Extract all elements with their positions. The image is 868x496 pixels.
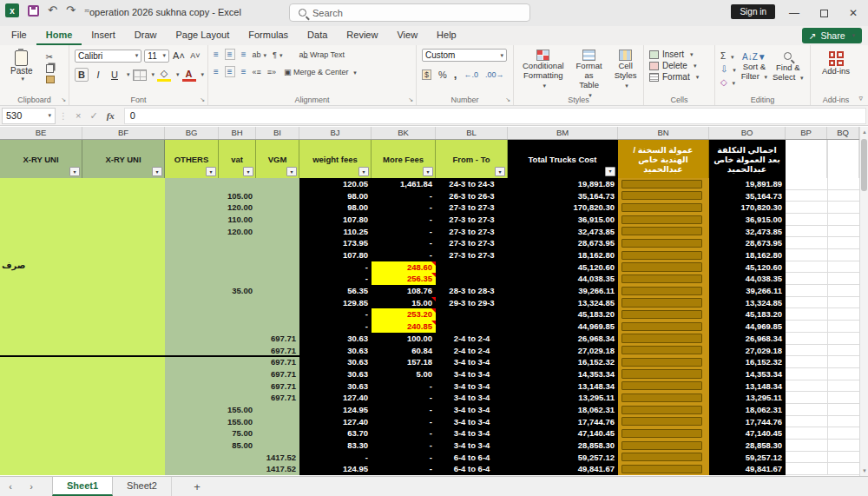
accounting-format-icon[interactable]: $ [422,69,431,80]
grid-cell-BM-row4[interactable]: 36,915.00 [508,214,618,226]
search-input[interactable]: Search [289,3,530,22]
grid-cell-BJ-row23[interactable]: 83.30 [299,440,372,452]
grid-cell-BM-row3[interactable]: 170,820.30 [508,202,618,214]
grid-cell-BL-row17[interactable]: 3-4 to 3-4 [436,368,508,380]
grid-cell-BO-row12[interactable]: 45,183.20 [709,308,786,321]
grid-cell-BK-row16[interactable]: 157.18 [372,356,436,368]
format-cells-button[interactable]: Format▾ [649,71,709,83]
commission-cell-row12[interactable] [621,310,702,319]
grid-cell-BI-row19[interactable]: 697.71 [256,392,299,404]
scroll-down-icon[interactable]: ▼ [860,466,868,476]
font-size-select[interactable]: 11 ▾ [144,50,169,63]
grid-cell-BJ-row24[interactable]: - [299,452,372,464]
commission-cell-row14[interactable] [621,334,702,342]
grid-cell-BJ-row20[interactable]: 124.95 [299,404,372,416]
ribbon-tab-page-layout[interactable]: Page Layout [166,26,239,45]
column-header-BP[interactable]: BP [786,127,827,139]
grid-cell-BJ-row19[interactable]: 127.40 [299,392,372,404]
save-icon[interactable] [28,5,39,17]
grid-cell-BO-row6[interactable]: 28,673.95 [709,237,786,249]
grid-cell-BO-row22[interactable]: 47,140.45 [709,427,786,440]
grid-cell-BO-row15[interactable]: 27,029.18 [709,345,786,357]
redo-icon[interactable]: ↷ [66,4,76,17]
grid-cell-BK-row4[interactable]: - [372,214,436,226]
font-color-icon[interactable]: A [182,68,196,82]
grid-cell-BM-row11[interactable]: 13,324.85 [508,297,618,309]
grid-cell-BM-row23[interactable]: 28,858.30 [508,440,618,452]
grid-cell-BJ-row7[interactable]: 107.80 [299,249,372,261]
chevron-down-icon[interactable]: ▾ [201,71,205,78]
grid-cell-BO-row21[interactable]: 17,744.76 [709,416,786,428]
grid-cell-BL-row21[interactable]: 3-4 to 3-4 [436,416,508,428]
grid-cell-BK-row17[interactable]: 5.00 [372,368,436,380]
insert-cells-button[interactable]: Insert▾ [649,49,709,60]
percent-style-icon[interactable]: % [438,69,447,80]
grid-cell-BJ-row22[interactable]: 63.70 [299,427,372,440]
grid-cell-BK-row2[interactable]: - [372,190,436,202]
grid-cell-BK-row23[interactable]: - [372,440,436,452]
commission-cell-row20[interactable] [621,406,702,414]
grid-cell-BM-row13[interactable]: 44,969.85 [508,321,618,333]
ribbon-tab-view[interactable]: View [387,26,427,45]
header-cell-BN[interactable]: عمولة السخنة / الهندية خاص عبدالحميد [618,140,709,178]
grid-cell-BL-row3[interactable]: 27-3 to 27-3 [436,202,508,214]
grid-cell-BJ-row16[interactable]: 30.63 [299,356,372,368]
cancel-icon[interactable]: × [76,110,81,121]
commission-cell-row1[interactable] [621,180,702,188]
grid-cell-BK-row12[interactable]: 253.20 [372,308,436,321]
grid-cell-BJ-row14[interactable]: 30.63 [299,333,372,345]
grid-cell-BO-row10[interactable]: 39,266.11 [709,285,786,297]
grid-cell-BK-row7[interactable]: - [372,249,436,261]
grid-cell-BL-row25[interactable]: 6-4 to 6-4 [436,463,508,475]
commission-cell-row17[interactable] [621,369,702,378]
grid-cell-BL-row7[interactable]: 27-3 to 27-3 [436,249,508,261]
commission-cell-row19[interactable] [621,393,702,402]
grid-cell-BK-row14[interactable]: 100.00 [372,333,436,345]
grid-cell-BM-row25[interactable]: 49,841.67 [508,463,618,475]
dialog-launcher-icon[interactable]: ↘ [200,96,205,103]
grid-cell-BL-row5[interactable]: 27-3 to 27-3 [436,226,508,238]
header-cell-BK[interactable]: More Fees▾ [372,140,436,178]
column-header-BE[interactable]: BE [0,127,82,139]
grid-cell-BM-row14[interactable]: 26,968.34 [508,333,618,345]
font-name-select[interactable]: Calibri ▾ [75,50,141,63]
new-sheet-button[interactable]: + [184,477,210,496]
addins-button[interactable]: Add-ins [816,50,856,76]
grid-cell-BM-row8[interactable]: 45,120.60 [508,261,618,274]
filter-button-BK[interactable]: ▾ [423,167,433,176]
commission-cell-row10[interactable] [621,287,702,295]
grid-cell-BO-row23[interactable]: 28,858.30 [709,440,786,452]
grid-cell-BL-row24[interactable]: 6-4 to 6-4 [436,452,508,464]
grid-cell-BL-row1[interactable]: 24-3 to 24-3 [436,178,508,190]
increase-indent-icon[interactable]: ≡» [267,68,276,76]
ribbon-tab-draw[interactable]: Draw [125,26,167,45]
grid-cell-BL-row16[interactable]: 3-4 to 3-4 [436,356,508,368]
grid-cell-BK-row6[interactable]: - [372,237,436,249]
name-box[interactable]: 530 ▾ [2,108,56,124]
grid-cell-BJ-row25[interactable]: 124.95 [299,463,372,475]
increase-decimal-icon[interactable]: ←.0 [464,70,478,79]
bold-button[interactable]: B [75,68,89,82]
autosum-icon[interactable]: Σ ▾ [720,51,736,62]
column-header-BG[interactable]: BG [165,127,219,139]
filter-button-BE[interactable]: ▾ [69,167,80,176]
cut-icon[interactable]: ✂ [46,52,55,62]
collapse-ribbon-icon[interactable]: ▿ [858,94,863,103]
align-top-icon[interactable]: ≡ [214,50,219,59]
commission-cell-row18[interactable] [621,381,702,390]
filter-button-BM[interactable]: ▾ [605,167,615,176]
commission-cell-row21[interactable] [621,417,702,426]
grid-cell-BM-row22[interactable]: 47,140.45 [508,427,618,440]
grid-cell-BK-row5[interactable]: - [372,226,436,238]
grid-cell-BI-row24[interactable]: 1417.52 [256,452,299,464]
grid-cell-BO-row20[interactable]: 18,062.31 [709,404,786,416]
header-cell-BM[interactable]: Total Trucks Cost▾ [508,140,618,178]
header-cell-BL[interactable]: From - To▾ [436,140,508,178]
commission-cell-row11[interactable] [621,298,702,307]
borders-icon[interactable] [133,69,147,81]
grid-cell-BK-row1[interactable]: 1,461.84 [372,178,436,190]
ribbon-tab-insert[interactable]: Insert [82,26,125,45]
grid-cell-BO-row13[interactable]: 44,969.85 [709,321,786,333]
chevron-down-icon[interactable]: ▾ [152,71,155,78]
grid-cell-BJ-row2[interactable]: 98.00 [299,190,372,202]
